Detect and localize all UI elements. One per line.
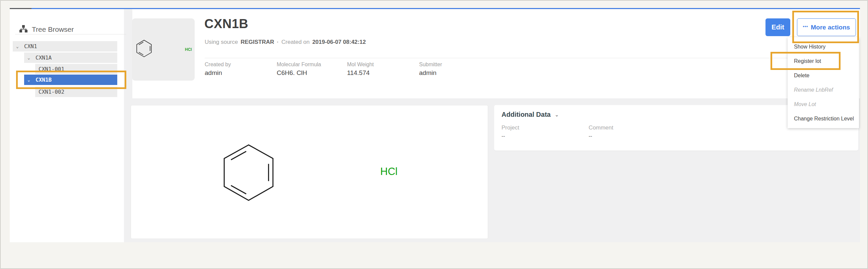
app-window: Tree Browser ⌄ CXN1 ⌄ CXN1A CXN1-001 ⌄ C… xyxy=(0,0,868,269)
field-value: -- xyxy=(501,133,519,139)
field-label: Project xyxy=(501,125,519,131)
edit-button[interactable]: Edit xyxy=(766,19,790,36)
field-project: Project -- xyxy=(501,125,519,139)
tree-item-cxn1-001[interactable]: CXN1-001 xyxy=(35,64,117,74)
tree-browser-header: Tree Browser xyxy=(19,25,74,34)
additional-data-title: Additional Data xyxy=(501,111,551,119)
tree-item-cxn1-002[interactable]: CXN1-002 xyxy=(35,87,117,97)
tree-item-label: CXN1-002 xyxy=(38,89,64,95)
more-actions-label: More actions xyxy=(811,24,850,31)
tree-browser-title: Tree Browser xyxy=(32,26,74,33)
field-label: Comment xyxy=(589,125,613,131)
field-comment: Comment -- xyxy=(589,125,613,139)
field-value: admin xyxy=(419,69,442,77)
hcl-formula-text: HCl xyxy=(380,166,398,178)
tree-browser-panel: Tree Browser ⌄ CXN1 ⌄ CXN1A CXN1-001 ⌄ C… xyxy=(10,9,124,242)
menu-item-change-restriction-level[interactable]: Change Restriction Level xyxy=(787,111,859,126)
top-accent-blue-line xyxy=(31,8,860,9)
tree-divider xyxy=(15,34,126,34)
field-value: -- xyxy=(589,133,613,139)
page-title: CXN1B xyxy=(204,17,248,31)
field-mol-weight: Mol Weight 114.574 xyxy=(347,62,374,77)
menu-item-show-history[interactable]: Show History xyxy=(787,39,859,54)
chevron-down-icon[interactable]: ⌄ xyxy=(28,56,32,60)
chevron-down-icon[interactable]: ⌄ xyxy=(555,112,559,118)
chevron-down-icon[interactable]: ⌄ xyxy=(28,78,32,82)
tree-browser-icon xyxy=(19,25,28,34)
source-value: REGISTRAR xyxy=(241,39,274,45)
field-label: Submitter xyxy=(419,62,442,68)
tree-item-cxn1a[interactable]: ⌄ CXN1A xyxy=(24,53,117,63)
menu-item-move-lot: Move Lot xyxy=(787,97,859,111)
tree-item-cxn1[interactable]: ⌄ CXN1 xyxy=(13,41,117,52)
field-label: Mol Weight xyxy=(347,62,374,68)
more-actions-menu: Show History Register lot Delete Rename … xyxy=(787,37,859,128)
additional-data-header: Additional Data ⌄ xyxy=(501,111,559,119)
tree-item-cxn1b[interactable]: ⌄ CXN1B xyxy=(24,75,117,85)
field-label: Molecular Formula xyxy=(277,62,321,68)
field-value: C6H6. ClH xyxy=(277,69,321,77)
menu-item-delete[interactable]: Delete xyxy=(787,68,859,82)
top-accent-dark-segment xyxy=(10,8,31,9)
field-label: Created by xyxy=(205,62,231,68)
ellipsis-icon: ••• xyxy=(803,24,808,29)
menu-item-register-lot[interactable]: Register lot xyxy=(787,54,859,68)
meta-separator: · xyxy=(277,39,279,45)
field-molecular-formula: Molecular Formula C6H6. ClH xyxy=(277,62,321,77)
compound-header-card: HCl CXN1B Using source REGISTRAR · Creat… xyxy=(132,9,860,98)
tree-item-label: CXN1A xyxy=(35,55,52,61)
meta-line: Using source REGISTRAR · Created on 2019… xyxy=(205,39,366,45)
using-source-label: Using source xyxy=(205,39,238,45)
menu-item-rename-lnbref: Rename LnbRef xyxy=(787,82,859,97)
structure-thumbnail: HCl xyxy=(132,19,195,81)
tree-item-label: CXN1 xyxy=(24,43,37,49)
thumbnail-hcl-label: HCl xyxy=(185,47,192,52)
more-actions-button[interactable]: ••• More actions xyxy=(797,19,856,36)
created-on-label: Created on xyxy=(281,39,310,45)
field-value: admin xyxy=(205,69,231,77)
field-value: 114.574 xyxy=(347,69,374,77)
field-submitter: Submitter admin xyxy=(419,62,442,77)
field-created-by: Created by admin xyxy=(205,62,231,77)
structure-viewer-card: HCl xyxy=(131,105,488,239)
header-divider xyxy=(205,58,857,58)
created-on-value: 2019-06-07 08:42:12 xyxy=(312,39,366,45)
benzene-structure xyxy=(220,141,277,204)
tree-item-label: CXN1-001 xyxy=(38,66,64,72)
chevron-down-icon[interactable]: ⌄ xyxy=(16,44,21,48)
tree-item-label: CXN1B xyxy=(35,77,52,83)
